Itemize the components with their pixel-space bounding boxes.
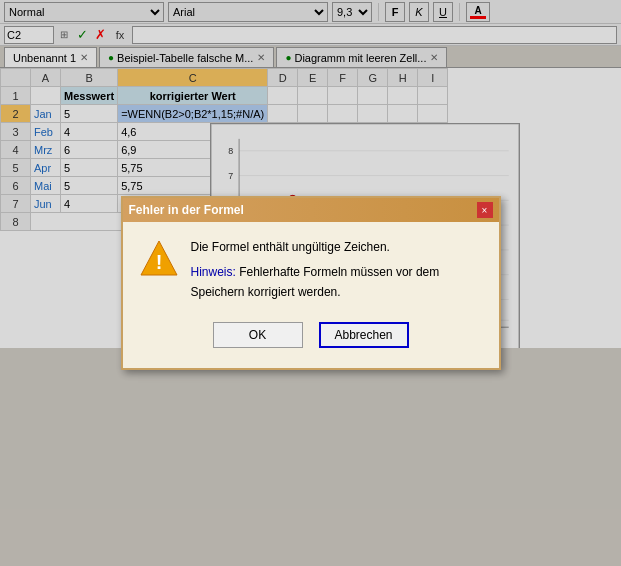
dialog-main-message: Die Formel enthält ungültige Zeichen. — [191, 238, 483, 257]
error-dialog: Fehler in der Formel × ! Die Formel enth… — [121, 196, 501, 348]
warning-icon-wrapper: ! — [139, 238, 179, 278]
ok-button[interactable]: OK — [213, 322, 303, 348]
dialog-title: Fehler in der Formel — [129, 203, 244, 217]
dialog-body: ! Die Formel enthält ungültige Zeichen. … — [123, 222, 499, 348]
hint-label: Hinweis: — [191, 265, 240, 279]
warning-icon: ! — [139, 239, 179, 277]
dialog-close-button[interactable]: × — [477, 202, 493, 218]
svg-text:!: ! — [155, 251, 162, 273]
dialog-hint-message: Hinweis: Fehlerhafte Formeln müssen vor … — [191, 263, 483, 301]
dialog-text: Die Formel enthält ungültige Zeichen. Hi… — [191, 238, 483, 302]
cancel-button[interactable]: Abbrechen — [319, 322, 409, 348]
dialog-message-row: ! Die Formel enthält ungültige Zeichen. … — [139, 238, 483, 302]
dialog-buttons: OK Abbrechen — [139, 314, 483, 348]
dialog-titlebar: Fehler in der Formel × — [123, 198, 499, 222]
dialog-overlay: Fehler in der Formel × ! Die Formel enth… — [0, 0, 621, 348]
